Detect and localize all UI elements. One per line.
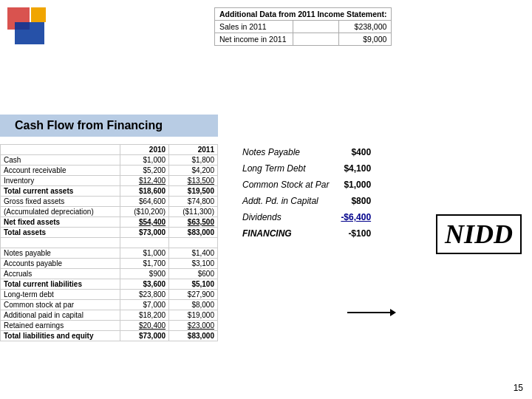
table-row: Total current assets $18,600 $19,500 (1, 186, 218, 197)
right-info-panel: Notes Payable $400 Long Term Debt $4,100… (236, 144, 377, 242)
additional-data-table: Additional Data from 2011 Income Stateme… (214, 7, 392, 46)
dividends-value: -$6,400 (335, 209, 377, 225)
net-income-label: Net income in 2011 (215, 33, 293, 46)
net-income-empty (293, 33, 339, 46)
addt-pd-label: Addt. Pd. in Capital (236, 193, 335, 209)
notes-payable-label: Notes Payable (236, 144, 335, 160)
financing-label: FINANCING (236, 225, 335, 242)
table-row: Additional paid in capital $18,200 $19,0… (1, 310, 218, 321)
col-2010-header: 2010 (120, 145, 169, 155)
dividends-label: Dividends (236, 209, 335, 225)
addt-pd-value: $800 (335, 193, 377, 209)
dividends-row: Dividends -$6,400 (236, 209, 377, 225)
long-term-debt-row: Long Term Debt $4,100 (236, 160, 377, 177)
company-logo (7, 7, 52, 52)
table-row: Accounts payable $1,700 $3,100 (1, 259, 218, 269)
table-row: Common stock at par $7,000 $8,000 (1, 300, 218, 310)
notes-payable-value: $400 (335, 144, 377, 160)
col-2011-header: 2011 (169, 145, 218, 155)
page-number: 15 (514, 383, 523, 393)
table-row: Notes payable $1,000 $1,400 (1, 248, 218, 259)
financing-row: FINANCING -$100 (236, 225, 377, 242)
table-row: Cash $1,000 $1,800 (1, 155, 218, 166)
financing-value: -$100 (335, 225, 377, 242)
table-row: Total current liabilities $3,600 $5,100 (1, 279, 218, 290)
balance-sheet-table: 2010 2011 Cash $1,000 $1,800 Account rec… (0, 144, 218, 341)
arrow-line (347, 312, 392, 313)
sales-empty (293, 21, 339, 33)
long-term-debt-label: Long Term Debt (236, 160, 335, 177)
net-income-value: $9,000 (338, 33, 392, 46)
table-row: Accruals $900 $600 (1, 269, 218, 279)
sales-value: $238,000 (338, 21, 392, 33)
table-row: (Accumulated depreciation) ($10,200) ($1… (1, 207, 218, 217)
notes-payable-row: Notes Payable $400 (236, 144, 377, 160)
table-row: Long-term debt $23,800 $27,900 (1, 290, 218, 300)
common-stock-label: Common Stock at Par (236, 177, 335, 193)
table-row: Net fixed assets $54,400 $63,500 (1, 217, 218, 228)
common-stock-row: Common Stock at Par $1,000 (236, 177, 377, 193)
arrow-head-icon (390, 309, 396, 316)
addt-pd-row: Addt. Pd. in Capital $800 (236, 193, 377, 209)
long-term-debt-value: $4,100 (335, 160, 377, 177)
additional-data-title: Additional Data from 2011 Income Stateme… (215, 8, 392, 21)
section-heading: Cash Flow from Financing (0, 115, 218, 137)
table-row: Gross fixed assets $64,600 $74,800 (1, 197, 218, 207)
table-row: Retained earnings $20,400 $23,000 (1, 321, 218, 331)
table-row-spacer (1, 238, 218, 248)
common-stock-value: $1,000 (335, 177, 377, 193)
table-row: Account receivable $5,200 $4,200 (1, 166, 218, 176)
table-row: Total assets $73,000 $83,000 (1, 228, 218, 238)
col-label-header (1, 145, 120, 155)
nidd-box: NIDD (436, 214, 522, 254)
sales-label: Sales in 2011 (215, 21, 293, 33)
table-row: Inventory $12,400 $13,500 (1, 176, 218, 186)
table-row: Total liabilities and equity $73,000 $83… (1, 331, 218, 341)
